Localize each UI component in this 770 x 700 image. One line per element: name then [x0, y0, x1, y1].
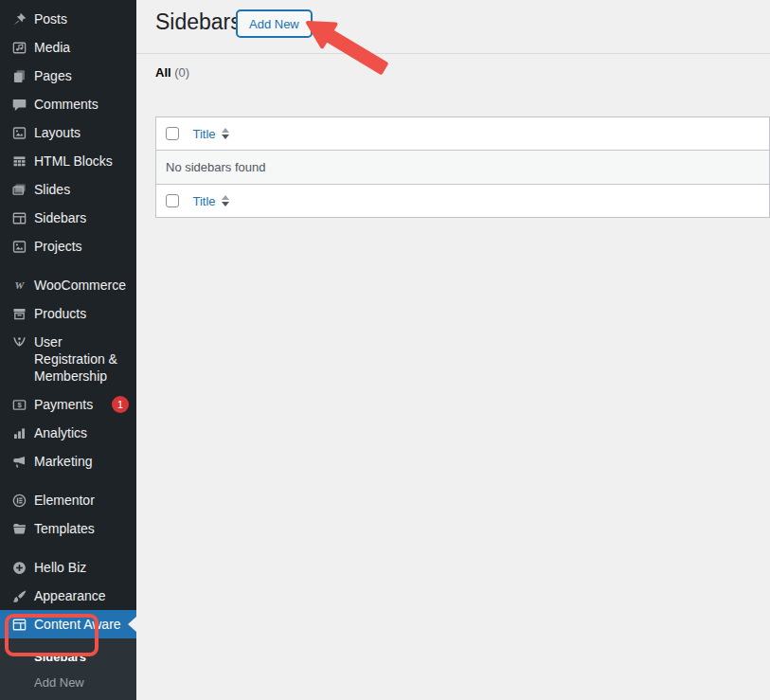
sort-asc-icon	[222, 128, 229, 133]
marketing-icon	[9, 453, 28, 470]
woocommerce-icon: W	[9, 277, 28, 294]
projects-icon	[9, 238, 28, 255]
pushpin-icon	[9, 10, 28, 27]
sidebar-item-slides[interactable]: Slides	[0, 175, 136, 204]
sidebar-item-appearance[interactable]: Appearance	[0, 582, 136, 610]
products-icon	[9, 305, 28, 322]
sidebar-item-hello-biz[interactable]: Hello Biz	[0, 553, 136, 582]
sort-asc-icon	[222, 195, 229, 200]
sidebar-item-label: HTML Blocks	[34, 153, 129, 170]
analytics-icon	[9, 424, 28, 441]
sidebar-item-label: Sidebars	[34, 209, 129, 226]
sidebar-item-woocommerce[interactable]: WWooCommerce	[0, 271, 136, 299]
sidebars-list-table: Title No sidebars found Title	[155, 117, 770, 218]
layouts-icon	[9, 124, 28, 141]
sidebar-item-pages[interactable]: Pages	[0, 62, 136, 90]
empty-state-row: No sidebars found	[156, 151, 770, 185]
filter-all-link[interactable]: All (0)	[155, 65, 189, 80]
submenu-item-sidebars[interactable]: Sidebars	[0, 644, 136, 670]
column-title-label-footer: Title	[193, 194, 216, 208]
sidebar-item-label: Layouts	[34, 124, 129, 141]
menu-separator	[0, 476, 136, 486]
media-icon	[9, 39, 28, 56]
content-aware-submenu: SidebarsAdd NewWidget Cleaner (Pro)	[0, 638, 136, 700]
sort-arrows-icon	[222, 128, 229, 139]
sort-arrows-icon	[222, 195, 229, 206]
html-blocks-icon	[9, 153, 28, 170]
sidebar-item-media[interactable]: Media	[0, 33, 136, 62]
submenu-item-widget-cleaner-pro[interactable]: Widget Cleaner (Pro)	[0, 695, 136, 700]
elementor-icon	[9, 492, 28, 509]
sidebar-item-comments[interactable]: Comments	[0, 90, 136, 118]
add-new-button[interactable]: Add New	[236, 9, 313, 38]
header-divider	[136, 53, 770, 54]
sidebar-item-sidebars[interactable]: Sidebars	[0, 204, 136, 232]
sidebar-item-label: WooCommerce	[34, 277, 129, 294]
slides-icon	[9, 181, 28, 198]
sidebar-item-user-registration-membership[interactable]: User Registration & Membership	[0, 328, 136, 390]
sort-by-title-link[interactable]: Title	[193, 127, 229, 141]
svg-text:$: $	[17, 401, 22, 409]
sidebar-item-label: Slides	[34, 181, 129, 198]
templates-icon	[9, 520, 28, 537]
sidebar-item-products[interactable]: Products	[0, 299, 136, 328]
sidebar-item-label: Marketing	[34, 453, 129, 470]
current-menu-arrow	[128, 617, 136, 632]
sidebar-item-label: Payments	[34, 396, 105, 413]
sidebar-item-analytics[interactable]: Analytics	[0, 419, 136, 447]
comments-icon	[9, 96, 28, 113]
content-area: Sidebars Add New All (0) Title No sideba…	[136, 0, 770, 700]
content-aware-icon	[9, 616, 28, 633]
payments-count-badge: 1	[112, 396, 129, 413]
sidebar-item-label: Elementor	[34, 492, 129, 509]
sidebar-item-label: Analytics	[34, 424, 129, 441]
sidebar-item-label: Products	[34, 305, 129, 322]
filter-all-count: (0)	[174, 65, 189, 80]
sidebar-item-templates[interactable]: Templates	[0, 514, 136, 543]
sidebar-item-label: Hello Biz	[34, 559, 129, 576]
filter-all-label: All	[155, 65, 171, 80]
column-title-label: Title	[193, 127, 216, 141]
sidebar-item-elementor[interactable]: Elementor	[0, 486, 136, 514]
sidebar-item-label: Pages	[34, 67, 129, 84]
user-registration-icon	[9, 333, 28, 350]
sort-desc-icon	[222, 135, 229, 139]
submenu-items: SidebarsAdd NewWidget Cleaner (Pro)	[0, 644, 136, 700]
sidebar-item-marketing[interactable]: Marketing	[0, 447, 136, 476]
menu-separator	[0, 543, 136, 553]
table-footer-row: Title	[156, 185, 770, 218]
hello-biz-icon	[9, 559, 28, 576]
sidebar-item-projects[interactable]: Projects	[0, 232, 136, 260]
submenu-item-add-new[interactable]: Add New	[0, 670, 136, 695]
menu-separator	[0, 260, 136, 271]
select-all-checkbox-footer[interactable]	[166, 194, 179, 207]
sidebar-item-label: Media	[34, 39, 129, 56]
sort-by-title-link-footer[interactable]: Title	[193, 194, 229, 208]
table-header-row: Title	[156, 117, 770, 151]
sidebar-item-label: Content Aware	[34, 616, 129, 633]
sidebar-item-label: Appearance	[34, 587, 129, 604]
sidebar-item-label: Templates	[34, 520, 129, 537]
admin-menu: PostsMediaPagesCommentsLayoutsHTML Block…	[0, 0, 136, 700]
filter-row: All (0)	[155, 65, 189, 80]
payments-icon: $	[9, 396, 28, 413]
sidebar-item-content-aware[interactable]: Content Aware	[0, 610, 136, 638]
sidebar-item-payments[interactable]: $Payments1	[0, 390, 136, 419]
appearance-icon	[9, 587, 28, 604]
svg-text:W: W	[14, 279, 25, 291]
sort-desc-icon	[222, 202, 229, 206]
sidebar-item-layouts[interactable]: Layouts	[0, 118, 136, 147]
sidebars-icon	[9, 209, 28, 226]
sidebar-item-posts[interactable]: Posts	[0, 5, 136, 33]
sidebar-item-label: Projects	[34, 238, 129, 255]
select-all-checkbox[interactable]	[166, 127, 179, 140]
sidebar-item-label: User Registration & Membership	[34, 333, 129, 385]
sidebar-item-html-blocks[interactable]: HTML Blocks	[0, 147, 136, 175]
empty-message: No sidebars found	[156, 151, 770, 185]
sidebar-item-label: Comments	[34, 96, 129, 113]
sidebar-item-label: Posts	[34, 10, 129, 27]
menu-items: PostsMediaPagesCommentsLayoutsHTML Block…	[0, 5, 136, 638]
page-title: Sidebars	[155, 9, 242, 36]
pages-icon	[9, 67, 28, 84]
